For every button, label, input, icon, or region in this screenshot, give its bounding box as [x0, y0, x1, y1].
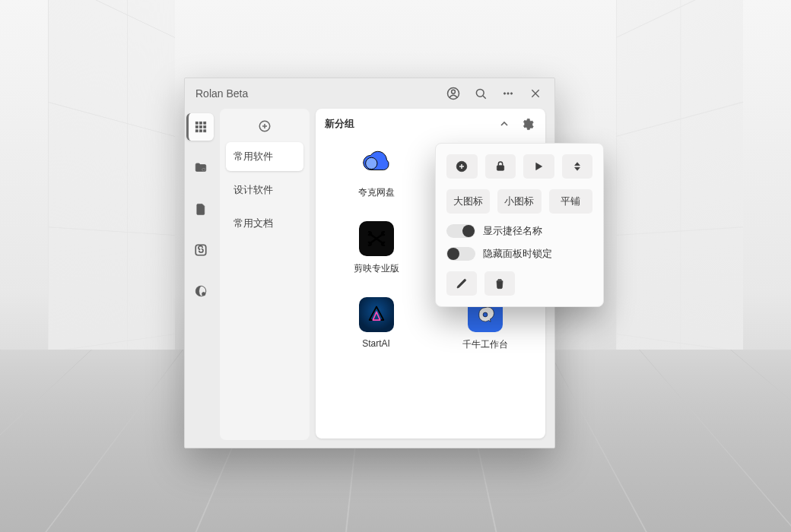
svg-rect-10 — [200, 126, 202, 128]
svg-rect-11 — [204, 126, 206, 128]
play-button[interactable] — [523, 154, 554, 179]
svg-point-5 — [510, 93, 512, 94]
link-icon[interactable] — [187, 236, 214, 264]
startai-icon — [359, 297, 394, 332]
svg-point-4 — [507, 93, 509, 94]
sort-button[interactable] — [562, 154, 593, 179]
svg-rect-12 — [195, 130, 198, 132]
jianying-icon — [359, 221, 394, 256]
toggle-show-names[interactable]: 显示捷径名称 — [446, 224, 592, 238]
panel-settings-popover: 大图标 小图标 平铺 显示捷径名称 隐藏面板时锁定 — [435, 143, 604, 307]
svg-point-1 — [452, 90, 456, 93]
svg-point-21 — [365, 157, 376, 169]
search-icon[interactable] — [469, 82, 492, 105]
left-rail — [185, 109, 217, 448]
globe-icon[interactable] — [187, 277, 214, 305]
group-item[interactable]: 设计软件 — [226, 176, 303, 204]
svg-rect-9 — [195, 126, 198, 128]
edit-row — [446, 271, 592, 296]
group-item[interactable]: 常用文档 — [226, 209, 303, 238]
svg-rect-6 — [195, 122, 198, 124]
svg-point-19 — [202, 293, 206, 296]
group-list: 常用软件 设计软件 常用文档 — [220, 109, 310, 440]
folder-tag-icon[interactable] — [187, 154, 214, 182]
svg-rect-13 — [200, 130, 202, 132]
app-title: Rolan Beta — [195, 87, 437, 100]
grid-icon[interactable] — [186, 113, 214, 141]
shortcut-tile[interactable]: 剪映专业版 — [322, 217, 430, 293]
close-icon[interactable] — [524, 82, 547, 105]
action-row — [446, 154, 592, 179]
add-group-button[interactable] — [220, 113, 310, 139]
titlebar: Rolan Beta — [185, 78, 554, 109]
view-large-button[interactable]: 大图标 — [446, 189, 490, 214]
shortcut-tile[interactable]: StartAI — [322, 293, 430, 369]
svg-point-3 — [504, 93, 505, 94]
switch-icon[interactable] — [446, 247, 475, 261]
svg-rect-25 — [497, 166, 504, 171]
add-shortcut-button[interactable] — [446, 154, 478, 179]
chevron-up-icon[interactable] — [495, 115, 513, 133]
view-tile-button[interactable]: 平铺 — [549, 189, 592, 214]
svg-point-16 — [202, 169, 205, 171]
switch-icon[interactable] — [446, 224, 475, 238]
delete-button[interactable] — [484, 271, 515, 296]
gear-icon[interactable] — [518, 115, 536, 133]
shortcut-label: 夸克网盘 — [358, 186, 395, 199]
document-icon[interactable] — [187, 195, 214, 223]
user-icon[interactable] — [442, 82, 465, 105]
view-small-button[interactable]: 小图标 — [497, 189, 541, 214]
toggle-label: 隐藏面板时锁定 — [483, 247, 552, 261]
quark-cloud-icon — [359, 145, 394, 180]
svg-point-23 — [483, 312, 488, 317]
svg-rect-7 — [200, 122, 202, 124]
toggle-label: 显示捷径名称 — [483, 224, 542, 238]
svg-rect-14 — [204, 130, 206, 132]
panel-title: 新分组 — [325, 117, 354, 131]
more-icon[interactable] — [497, 82, 519, 105]
shortcut-label: 千牛工作台 — [462, 338, 508, 351]
svg-point-2 — [476, 89, 484, 97]
view-mode-row: 大图标 小图标 平铺 — [446, 189, 592, 214]
shortcut-tile[interactable]: 夸克网盘 — [322, 141, 430, 217]
svg-rect-8 — [204, 122, 206, 124]
lock-button[interactable] — [485, 154, 516, 179]
shortcut-label: 剪映专业版 — [354, 262, 399, 275]
shortcut-label: StartAI — [362, 338, 390, 349]
panel-header: 新分组 — [316, 110, 545, 138]
toggle-lock-on-hide[interactable]: 隐藏面板时锁定 — [446, 247, 592, 261]
edit-button[interactable] — [446, 271, 477, 296]
group-item[interactable]: 常用软件 — [226, 142, 303, 171]
